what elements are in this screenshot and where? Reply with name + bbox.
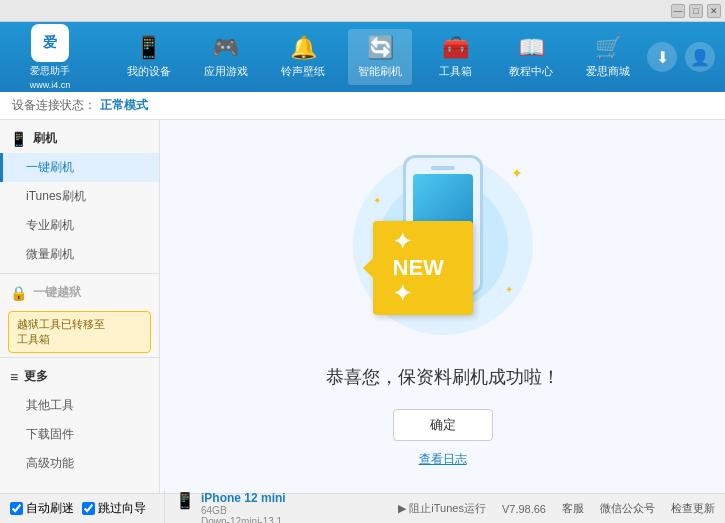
smart-flash-icon: 🔄 <box>367 35 394 61</box>
device-info: 📱 iPhone 12 mini 64GB Down-12mini-13,1 <box>164 491 286 524</box>
status-label: 设备连接状态： <box>12 97 96 114</box>
sidebar-item-advanced[interactable]: 高级功能 <box>0 449 159 478</box>
wechat-link[interactable]: 微信公众号 <box>600 501 655 516</box>
sidebar-item-pro-flash[interactable]: 专业刷机 <box>0 211 159 240</box>
store-icon: 🛒 <box>595 35 622 61</box>
more-section-label: 更多 <box>24 368 48 385</box>
device-phone-icon: 📱 <box>175 491 195 510</box>
skip-wizard-checkbox[interactable]: 跳过向导 <box>82 500 146 517</box>
toolbox-icon: 🧰 <box>442 35 469 61</box>
download-button[interactable]: ⬇ <box>647 42 677 72</box>
sparkle-icon-1: ✦ <box>511 165 523 181</box>
new-ribbon-text: ✦ NEW ✦ <box>373 221 473 315</box>
itunes-label: 阻止iTunes运行 <box>409 501 486 516</box>
minimize-button[interactable]: — <box>671 4 685 18</box>
device-name: iPhone 12 mini <box>201 491 286 505</box>
logo-line1: 爱思助手 <box>30 64 70 78</box>
auto-flash-input[interactable] <box>10 502 23 515</box>
sparkle-icon-3: ✦ <box>505 284 513 295</box>
sidebar-section-flash-header: 📱 刷机 <box>0 124 159 153</box>
my-device-label: 我的设备 <box>127 64 171 79</box>
apps-games-icon: 🎮 <box>212 35 239 61</box>
footer: 自动刷迷 跳过向导 📱 iPhone 12 mini 64GB Down-12m… <box>0 493 725 523</box>
sidebar: 📱 刷机 一键刷机 iTunes刷机 专业刷机 微量刷机 🔒 一键越狱 <box>0 120 160 493</box>
smart-flash-label: 智能刷机 <box>358 64 402 79</box>
tutorials-icon: 📖 <box>518 35 545 61</box>
nav-item-store[interactable]: 🛒 爱思商城 <box>576 29 640 85</box>
jailbreak-notice: 越狱工具已转移至工具箱 <box>8 311 151 353</box>
user-button[interactable]: 👤 <box>685 42 715 72</box>
sidebar-section-flash: 📱 刷机 一键刷机 iTunes刷机 专业刷机 微量刷机 <box>0 124 159 269</box>
status-bar: 设备连接状态： 正常模式 <box>0 92 725 120</box>
header-right: ⬇ 👤 <box>647 42 715 72</box>
download-fw-label: 下载固件 <box>26 427 74 441</box>
lock-icon: 🔒 <box>10 285 27 301</box>
sidebar-item-itunes-flash[interactable]: iTunes刷机 <box>0 182 159 211</box>
footer-right: ▶ 阻止iTunes运行 V7.98.66 客服 微信公众号 检查更新 <box>398 501 715 516</box>
phone-speaker <box>431 166 455 170</box>
check-update-link[interactable]: 检查更新 <box>671 501 715 516</box>
sidebar-item-one-key-flash[interactable]: 一键刷机 <box>0 153 159 182</box>
maximize-button[interactable]: □ <box>689 4 703 18</box>
nav-item-ringtone[interactable]: 🔔 铃声壁纸 <box>271 29 335 85</box>
apps-games-label: 应用游戏 <box>204 64 248 79</box>
sidebar-item-download-fw[interactable]: 下载固件 <box>0 420 159 449</box>
more-section-icon: ≡ <box>10 369 18 385</box>
skip-wizard-input[interactable] <box>82 502 95 515</box>
skip-wizard-label: 跳过向导 <box>98 500 146 517</box>
confirm-button[interactable]: 确定 <box>393 409 493 441</box>
header: 爱 爱思助手 www.i4.cn 📱 我的设备 🎮 应用游戏 🔔 铃声壁纸 🔄 … <box>0 22 725 92</box>
nav-item-smart-flash[interactable]: 🔄 智能刷机 <box>348 29 412 85</box>
sidebar-section-jailbreak-header: 🔒 一键越狱 <box>0 278 159 307</box>
store-label: 爱思商城 <box>586 64 630 79</box>
retry-link[interactable]: 查看日志 <box>419 451 467 468</box>
itunes-icon: ▶ <box>398 502 406 515</box>
version-label: V7.98.66 <box>502 503 546 515</box>
sidebar-item-restore-flash[interactable]: 微量刷机 <box>0 240 159 269</box>
toolbox-label: 工具箱 <box>439 64 472 79</box>
auto-flash-checkbox[interactable]: 自动刷迷 <box>10 500 74 517</box>
titlebar-controls: — □ ✕ <box>671 4 721 18</box>
success-message: 恭喜您，保资料刷机成功啦！ <box>326 365 560 389</box>
nav-item-apps-games[interactable]: 🎮 应用游戏 <box>194 29 258 85</box>
titlebar: — □ ✕ <box>0 0 725 22</box>
sidebar-item-other-tools[interactable]: 其他工具 <box>0 391 159 420</box>
tutorials-label: 教程中心 <box>509 64 553 79</box>
ringtone-icon: 🔔 <box>290 35 317 61</box>
footer-left: 自动刷迷 跳过向导 📱 iPhone 12 mini 64GB Down-12m… <box>10 491 398 524</box>
nav-item-my-device[interactable]: 📱 我的设备 <box>117 29 181 85</box>
nav-bar: 📱 我的设备 🎮 应用游戏 🔔 铃声壁纸 🔄 智能刷机 🧰 工具箱 📖 教程中心… <box>110 29 647 85</box>
sidebar-divider-2 <box>0 357 159 358</box>
logo-icon: 爱 <box>31 24 69 62</box>
ringtone-label: 铃声壁纸 <box>281 64 325 79</box>
success-illustration: ✦ NEW ✦ ✦ ✦ ✦ <box>343 145 543 345</box>
pro-flash-label: 专业刷机 <box>26 218 74 232</box>
nav-item-tutorials[interactable]: 📖 教程中心 <box>499 29 563 85</box>
logo-line2: www.i4.cn <box>30 80 71 90</box>
sparkle-icon-2: ✦ <box>373 195 381 206</box>
sidebar-section-jailbreak: 🔒 一键越狱 越狱工具已转移至工具箱 <box>0 278 159 353</box>
sidebar-section-more: ≡ 更多 其他工具 下载固件 高级功能 <box>0 362 159 478</box>
close-button[interactable]: ✕ <box>707 4 721 18</box>
nav-item-toolbox[interactable]: 🧰 工具箱 <box>426 29 486 85</box>
sidebar-section-more-header: ≡ 更多 <box>0 362 159 391</box>
itunes-status: ▶ 阻止iTunes运行 <box>398 501 486 516</box>
auto-flash-label: 自动刷迷 <box>26 500 74 517</box>
itunes-flash-label: iTunes刷机 <box>26 189 86 203</box>
customer-service-link[interactable]: 客服 <box>562 501 584 516</box>
device-storage: 64GB <box>201 505 286 516</box>
content-area: ✦ NEW ✦ ✦ ✦ ✦ 恭喜您，保资料刷机成功啦！ 确定 查看日志 <box>160 120 725 493</box>
jailbreak-section-label: 一键越狱 <box>33 284 81 301</box>
advanced-label: 高级功能 <box>26 456 74 470</box>
device-firmware: Down-12mini-13,1 <box>201 516 286 524</box>
my-device-icon: 📱 <box>135 35 162 61</box>
new-banner: ✦ NEW ✦ <box>373 221 473 315</box>
logo[interactable]: 爱 爱思助手 www.i4.cn <box>10 24 90 90</box>
flash-section-icon: 📱 <box>10 131 27 147</box>
restore-flash-label: 微量刷机 <box>26 247 74 261</box>
device-details: iPhone 12 mini 64GB Down-12mini-13,1 <box>201 491 286 524</box>
flash-section-label: 刷机 <box>33 130 57 147</box>
one-key-flash-label: 一键刷机 <box>26 160 74 174</box>
status-value: 正常模式 <box>100 97 148 114</box>
other-tools-label: 其他工具 <box>26 398 74 412</box>
